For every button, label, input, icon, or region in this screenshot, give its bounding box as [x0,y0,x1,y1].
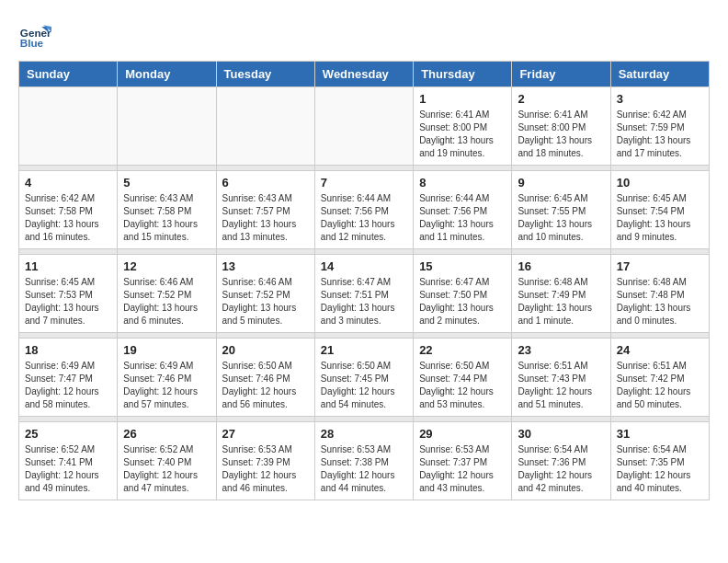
day-info: Sunrise: 6:45 AM Sunset: 7:53 PM Dayligh… [25,276,111,327]
day-number: 1 [419,92,506,106]
calendar-cell: 23Sunrise: 6:51 AM Sunset: 7:43 PM Dayli… [512,339,610,417]
day-number: 25 [25,427,111,441]
day-info: Sunrise: 6:53 AM Sunset: 7:39 PM Dayligh… [222,443,309,495]
calendar-week-1: 1Sunrise: 6:41 AM Sunset: 8:00 PM Daylig… [19,87,710,166]
day-number: 28 [321,427,407,441]
day-number: 20 [222,343,309,357]
day-info: Sunrise: 6:49 AM Sunset: 7:46 PM Dayligh… [123,360,210,411]
calendar-cell: 25Sunrise: 6:52 AM Sunset: 7:41 PM Dayli… [19,422,118,500]
calendar-cell [19,87,118,166]
calendar-cell: 2Sunrise: 6:41 AM Sunset: 8:00 PM Daylig… [512,87,610,166]
day-info: Sunrise: 6:42 AM Sunset: 7:59 PM Dayligh… [617,109,703,160]
calendar-cell: 17Sunrise: 6:48 AM Sunset: 7:48 PM Dayli… [610,255,709,333]
calendar-header-saturday: Saturday [610,62,709,87]
calendar-cell: 27Sunrise: 6:53 AM Sunset: 7:39 PM Dayli… [216,422,314,500]
day-info: Sunrise: 6:41 AM Sunset: 8:00 PM Dayligh… [518,109,604,160]
day-number: 18 [25,343,111,357]
day-info: Sunrise: 6:50 AM Sunset: 7:45 PM Dayligh… [321,360,407,411]
day-info: Sunrise: 6:52 AM Sunset: 7:40 PM Dayligh… [123,443,210,495]
day-info: Sunrise: 6:50 AM Sunset: 7:44 PM Dayligh… [419,360,506,411]
calendar-week-3: 11Sunrise: 6:45 AM Sunset: 7:53 PM Dayli… [19,255,710,333]
day-number: 27 [222,427,309,441]
day-number: 19 [123,343,210,357]
day-number: 22 [419,343,506,357]
calendar-cell: 20Sunrise: 6:50 AM Sunset: 7:46 PM Dayli… [216,339,314,417]
day-info: Sunrise: 6:54 AM Sunset: 7:36 PM Dayligh… [518,443,604,495]
calendar-cell [216,87,314,166]
day-number: 29 [419,427,506,441]
calendar-cell: 22Sunrise: 6:50 AM Sunset: 7:44 PM Dayli… [414,339,512,417]
day-info: Sunrise: 6:48 AM Sunset: 7:48 PM Dayligh… [617,276,703,327]
day-info: Sunrise: 6:51 AM Sunset: 7:43 PM Dayligh… [518,360,604,411]
day-number: 12 [123,259,210,273]
day-number: 10 [617,176,703,190]
calendar-cell: 5Sunrise: 6:43 AM Sunset: 7:58 PM Daylig… [118,171,216,249]
calendar-header-monday: Monday [118,62,216,87]
day-number: 23 [518,343,604,357]
calendar-cell: 29Sunrise: 6:53 AM Sunset: 7:37 PM Dayli… [414,422,512,500]
calendar-week-5: 25Sunrise: 6:52 AM Sunset: 7:41 PM Dayli… [19,422,710,500]
calendar-week-4: 18Sunrise: 6:49 AM Sunset: 7:47 PM Dayli… [19,339,710,417]
day-number: 31 [617,427,703,441]
day-number: 16 [518,259,604,273]
day-number: 15 [419,259,506,273]
day-info: Sunrise: 6:42 AM Sunset: 7:58 PM Dayligh… [25,192,111,244]
calendar-cell: 24Sunrise: 6:51 AM Sunset: 7:42 PM Dayli… [610,339,709,417]
day-info: Sunrise: 6:41 AM Sunset: 8:00 PM Dayligh… [419,109,506,160]
calendar-cell: 15Sunrise: 6:47 AM Sunset: 7:50 PM Dayli… [414,255,512,333]
day-info: Sunrise: 6:53 AM Sunset: 7:37 PM Dayligh… [419,443,506,495]
calendar-cell: 14Sunrise: 6:47 AM Sunset: 7:51 PM Dayli… [314,255,413,333]
calendar-cell: 19Sunrise: 6:49 AM Sunset: 7:46 PM Dayli… [118,339,216,417]
calendar-cell: 10Sunrise: 6:45 AM Sunset: 7:54 PM Dayli… [610,171,709,249]
calendar-cell: 28Sunrise: 6:53 AM Sunset: 7:38 PM Dayli… [314,422,413,500]
calendar-cell: 11Sunrise: 6:45 AM Sunset: 7:53 PM Dayli… [19,255,118,333]
calendar-cell: 30Sunrise: 6:54 AM Sunset: 7:36 PM Dayli… [512,422,610,500]
calendar-header-row: SundayMondayTuesdayWednesdayThursdayFrid… [19,62,710,87]
logo-icon: General Blue [18,18,51,52]
day-info: Sunrise: 6:48 AM Sunset: 7:49 PM Dayligh… [518,276,604,327]
day-number: 5 [123,176,210,190]
calendar-cell: 4Sunrise: 6:42 AM Sunset: 7:58 PM Daylig… [19,171,118,249]
calendar-cell: 18Sunrise: 6:49 AM Sunset: 7:47 PM Dayli… [19,339,118,417]
day-info: Sunrise: 6:43 AM Sunset: 7:57 PM Dayligh… [222,192,309,244]
day-info: Sunrise: 6:46 AM Sunset: 7:52 PM Dayligh… [123,276,210,327]
calendar-cell: 12Sunrise: 6:46 AM Sunset: 7:52 PM Dayli… [118,255,216,333]
day-number: 2 [518,92,604,106]
page-header: General Blue [18,18,710,52]
day-info: Sunrise: 6:45 AM Sunset: 7:54 PM Dayligh… [617,192,703,244]
calendar-cell: 13Sunrise: 6:46 AM Sunset: 7:52 PM Dayli… [216,255,314,333]
day-info: Sunrise: 6:46 AM Sunset: 7:52 PM Dayligh… [222,276,309,327]
day-number: 14 [321,259,407,273]
calendar: SundayMondayTuesdayWednesdayThursdayFrid… [18,61,710,500]
calendar-cell [314,87,413,166]
calendar-cell: 16Sunrise: 6:48 AM Sunset: 7:49 PM Dayli… [512,255,610,333]
day-number: 17 [617,259,703,273]
calendar-cell: 7Sunrise: 6:44 AM Sunset: 7:56 PM Daylig… [314,171,413,249]
day-info: Sunrise: 6:50 AM Sunset: 7:46 PM Dayligh… [222,360,309,411]
day-info: Sunrise: 6:47 AM Sunset: 7:50 PM Dayligh… [419,276,506,327]
day-number: 13 [222,259,309,273]
calendar-header-tuesday: Tuesday [216,62,314,87]
day-number: 6 [222,176,309,190]
calendar-cell: 8Sunrise: 6:44 AM Sunset: 7:56 PM Daylig… [414,171,512,249]
day-number: 26 [123,427,210,441]
calendar-cell: 1Sunrise: 6:41 AM Sunset: 8:00 PM Daylig… [414,87,512,166]
calendar-cell: 26Sunrise: 6:52 AM Sunset: 7:40 PM Dayli… [118,422,216,500]
calendar-header-wednesday: Wednesday [314,62,413,87]
day-info: Sunrise: 6:54 AM Sunset: 7:35 PM Dayligh… [617,443,703,495]
calendar-cell: 3Sunrise: 6:42 AM Sunset: 7:59 PM Daylig… [610,87,709,166]
day-number: 3 [617,92,703,106]
svg-text:Blue: Blue [20,37,44,49]
day-info: Sunrise: 6:47 AM Sunset: 7:51 PM Dayligh… [321,276,407,327]
day-info: Sunrise: 6:51 AM Sunset: 7:42 PM Dayligh… [617,360,703,411]
day-number: 24 [617,343,703,357]
calendar-cell: 31Sunrise: 6:54 AM Sunset: 7:35 PM Dayli… [610,422,709,500]
day-info: Sunrise: 6:53 AM Sunset: 7:38 PM Dayligh… [321,443,407,495]
calendar-header-friday: Friday [512,62,610,87]
day-number: 4 [25,176,111,190]
day-number: 7 [321,176,407,190]
day-info: Sunrise: 6:45 AM Sunset: 7:55 PM Dayligh… [518,192,604,244]
calendar-cell: 6Sunrise: 6:43 AM Sunset: 7:57 PM Daylig… [216,171,314,249]
day-number: 9 [518,176,604,190]
calendar-header-sunday: Sunday [19,62,118,87]
